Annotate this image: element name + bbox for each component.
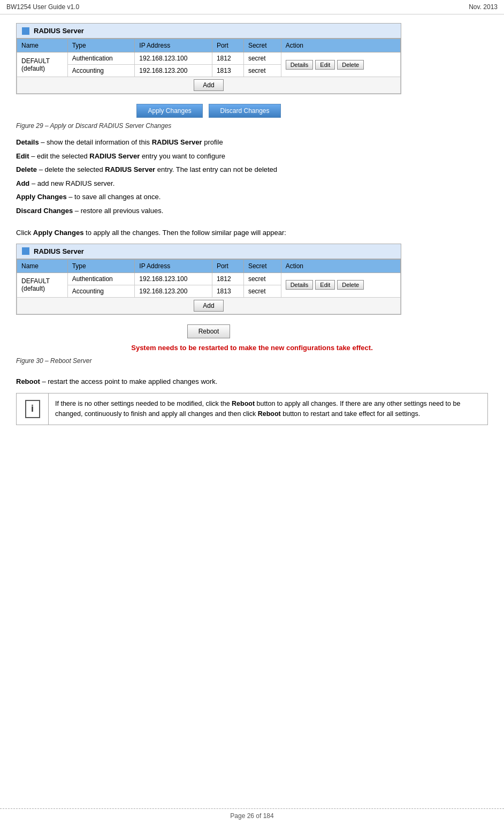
details-button-2[interactable]: Details [286,280,314,290]
edit-button-1[interactable]: Edit [315,60,335,70]
radius-table-2: Name Type IP Address Port Secret Action … [17,259,401,314]
header-title-right: Nov. 2013 [469,3,498,11]
desc-edit-bold: RADIUS Server [89,152,140,160]
table-header-row-2: Name Type IP Address Port Secret Action [17,259,401,273]
add-row-2: Add [17,297,401,314]
desc-edit-text2: entry you want to configure [142,152,225,160]
col-action-2: Action [281,259,400,273]
add-button-1[interactable]: Add [194,79,223,91]
desc-delete-bold: RADIUS Server [105,165,155,173]
figure-30-caption: Figure 30 – Reboot Server [16,357,488,365]
desc-details-text: – show the detail information of this [41,138,151,146]
apply-discard-row-1: Apply Changes Discard Changes [16,104,401,118]
desc-details-bold: RADIUS Server [152,138,202,146]
row-secret-2a: secret [243,273,281,285]
reboot-button-row: Reboot [16,324,401,338]
desc-discard: Discard Changes – restore all previous v… [16,206,488,216]
note-text: If there is no other settings needed to … [49,393,487,425]
note-box: i If there is no other settings needed t… [16,393,488,425]
radius-widget-1: RADIUS Server Name Type IP Address Port … [16,23,401,94]
details-button-1[interactable]: Details [286,60,314,70]
col-secret-1: Secret [243,39,281,52]
reboot-desc: Reboot – restart the access point to mak… [16,376,488,387]
desc-details: Details – show the detail information of… [16,137,488,148]
desc-add: Add – add new RADIUS server. [16,178,488,189]
radius-widget-2: RADIUS Server Name Type IP Address Port … [16,244,401,315]
click-bold: Apply Changes [33,229,84,237]
col-ip-1: IP Address [135,39,212,52]
click-rest: to apply all the changes. Then the follo… [83,229,286,237]
note-text-1: If there is no other settings needed to … [55,400,232,407]
desc-add-text: – add new RADIUS server. [32,179,114,187]
col-ip-2: IP Address [135,259,212,273]
apply-changes-button-1[interactable]: Apply Changes [136,104,202,118]
table-row: DEFAULT(default) Authentication 192.168.… [17,273,401,285]
col-type-1: Type [67,39,135,52]
row-port-1a: 1812 [212,52,243,65]
delete-button-1[interactable]: Delete [337,60,364,70]
row-ip-1a: 192.168.123.100 [135,52,212,65]
system-message: System needs to be restarted to make the… [16,344,488,352]
desc-delete-text: – delete the selected [39,165,105,173]
delete-button-2[interactable]: Delete [337,280,364,290]
radius-widget-title-1: RADIUS Server [34,27,84,35]
info-icon: i [25,400,40,418]
click-intro-text: Click [16,229,33,237]
radius-widget-header-2: RADIUS Server [17,244,401,259]
row-actions-2: Details Edit Delete [281,273,400,297]
row-ip-1b: 192.168.123.200 [135,65,212,77]
col-secret-2: Secret [243,259,281,273]
table-header-row-1: Name Type IP Address Port Secret Action [17,39,401,52]
note-text-3: button to restart and take effect for al… [281,410,420,418]
desc-discard-label: Discard Changes [16,207,73,215]
radius-widget-title-2: RADIUS Server [34,247,84,255]
desc-delete-text2: entry. The last entry can not be deleted [157,165,277,173]
desc-add-label: Add [16,179,29,187]
add-row-1: Add [17,77,401,94]
row-secret-2b: secret [243,285,281,297]
add-button-2[interactable]: Add [194,300,223,312]
click-intro-para: Click Apply Changes to apply all the cha… [16,228,488,238]
row-actions-1: Details Edit Delete [281,52,400,77]
desc-details-label: Details [16,138,39,146]
col-name-1: Name [17,39,68,52]
reboot-button[interactable]: Reboot [187,324,231,338]
row-secret-1a: secret [243,52,281,65]
row-type-1a: Authentication [67,52,135,65]
col-name-2: Name [17,259,68,273]
footer: Page 26 of 184 [0,808,504,820]
desc-edit-label: Edit [16,152,29,160]
desc-details-text2: profile [204,138,223,146]
note-icon-cell: i [17,393,49,425]
desc-edit-text: – edit the selected [31,152,89,160]
note-bold-1: Reboot [232,400,255,407]
col-port-2: Port [212,259,243,273]
reboot-desc-text: – restart the access point to make appli… [42,377,217,385]
row-port-2b: 1813 [212,285,243,297]
discard-changes-button-1[interactable]: Discard Changes [209,104,280,118]
desc-delete: Delete – delete the selected RADIUS Serv… [16,164,488,175]
row-ip-2a: 192.168.123.100 [135,273,212,285]
desc-discard-text: – restore all previous values. [75,207,163,215]
desc-apply: Apply Changes – to save all changes at o… [16,192,488,202]
note-bold-2: Reboot [258,410,281,418]
figure-29-caption: Figure 29 – Apply or Discard RADIUS Serv… [16,122,488,130]
footer-text: Page 26 of 184 [230,812,273,820]
desc-apply-label: Apply Changes [16,193,67,201]
desc-delete-label: Delete [16,165,37,173]
col-port-1: Port [212,39,243,52]
desc-apply-text: – to save all changes at once. [68,193,161,201]
row-ip-2b: 192.168.123.200 [135,285,212,297]
row-name-2: DEFAULT(default) [17,273,68,297]
col-type-2: Type [67,259,135,273]
radius-table-1: Name Type IP Address Port Secret Action … [17,39,401,94]
edit-button-2[interactable]: Edit [315,280,335,290]
reboot-desc-label: Reboot [16,377,40,385]
row-name-1: DEFAULT(default) [17,52,68,77]
row-port-2a: 1812 [212,273,243,285]
row-port-1b: 1813 [212,65,243,77]
header-title-left: BW1254 User Guide v1.0 [6,3,79,11]
col-action-1: Action [281,39,400,52]
row-type-1b: Accounting [67,65,135,77]
header: BW1254 User Guide v1.0 Nov. 2013 [0,0,504,14]
